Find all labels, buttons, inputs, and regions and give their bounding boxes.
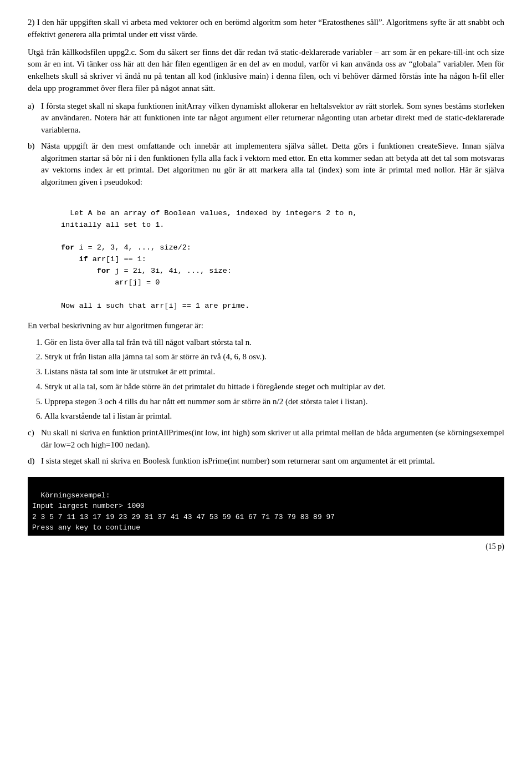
code-line-2: initially all set to 1. xyxy=(61,221,164,229)
sub-item-a-label: a) xyxy=(28,100,41,136)
code-line-7: arr[j] = 0 xyxy=(88,278,160,287)
verbal-heading: En verbal beskrivning av hur algoritmen … xyxy=(28,320,504,332)
list-item-3: Listans nästa tal som inte är utstruket … xyxy=(44,366,504,378)
sub-item-c-label: c) xyxy=(28,427,41,451)
code-line-1: Let A be an array of Boolean values, ind… xyxy=(70,209,357,217)
sub-item-d-content: I sista steget skall ni skriva en Booles… xyxy=(41,455,504,467)
list-item-5: Upprepa stegen 3 och 4 tills du har nått… xyxy=(44,396,504,408)
pseudocode-block: Let A be an array of Boolean values, ind… xyxy=(61,196,504,312)
sub-item-b-label: b) xyxy=(28,140,41,189)
terminal-line2: 2 3 5 7 11 13 17 19 23 29 31 37 41 43 47… xyxy=(32,513,335,521)
code-line-5: if arr[i] == 1: xyxy=(70,255,146,263)
algorithm-steps-list: Gör en lista över alla tal från två till… xyxy=(44,337,504,423)
paragraph-1: 2) I den här uppgiften skall vi arbeta m… xyxy=(28,17,504,41)
terminal-output: Körningsexempel: Input largest number> 1… xyxy=(28,477,504,536)
sub-item-b-content: Nästa uppgift är den mest omfattande och… xyxy=(41,140,504,189)
list-item-1: Gör en lista över alla tal från två till… xyxy=(44,337,504,349)
list-item-2: Stryk ut från listan alla jämna tal som … xyxy=(44,351,504,363)
paragraph-2: Utgå från källkodsfilen uppg2.c. Som du … xyxy=(28,47,504,95)
sub-item-b: b) Nästa uppgift är den mest omfattande … xyxy=(28,140,504,189)
terminal-line1: Input largest number> 1000 xyxy=(32,502,145,510)
sub-item-a-content: I första steget skall ni skapa funktione… xyxy=(41,100,504,136)
terminal-label: Körningsexempel: xyxy=(41,491,110,500)
sub-item-a: a) I första steget skall ni skapa funkti… xyxy=(28,100,504,136)
sub-item-c: c) Nu skall ni skriva en funktion printA… xyxy=(28,427,504,451)
code-line-9: Now all i such that arr[i] == 1 are prim… xyxy=(61,302,249,310)
list-item-6: Alla kvarstående tal i listan är primtal… xyxy=(44,410,504,423)
code-line-6: for j = 2i, 3i, 4i, ..., size: xyxy=(79,267,231,275)
terminal-line3: Press any key to continue xyxy=(32,523,140,532)
list-item-4: Stryk ut alla tal, som är både större än… xyxy=(44,381,504,393)
sub-item-d-label: d) xyxy=(28,455,41,467)
sub-item-d: d) I sista steget skall ni skriva en Boo… xyxy=(28,455,504,467)
code-line-4: for i = 2, 3, 4, ..., size/2: xyxy=(61,243,191,252)
sub-item-c-content: Nu skall ni skriva en funktion printAllP… xyxy=(41,427,504,451)
page-number: (15 p) xyxy=(28,541,504,552)
